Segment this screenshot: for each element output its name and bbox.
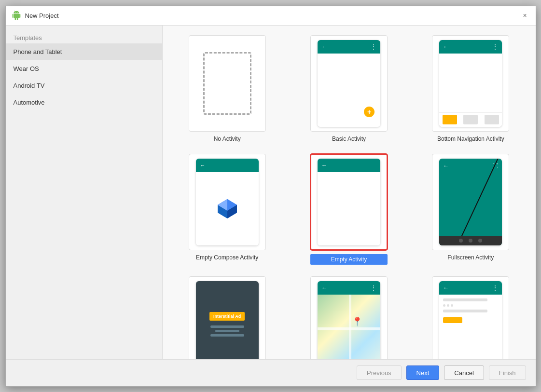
settings-dots <box>443 304 498 307</box>
template-preview-empty-compose: ← <box>189 154 266 250</box>
bottom-nav-body <box>439 54 502 127</box>
ad-line-3 <box>210 334 244 337</box>
title-bar: New Project × <box>6 6 536 26</box>
android-icon <box>12 11 21 20</box>
back-icon-maps: ← <box>321 284 327 291</box>
ad-line-1 <box>210 325 244 328</box>
close-button[interactable]: × <box>520 11 530 20</box>
settings-line-2 <box>443 310 487 312</box>
settings-body <box>439 295 502 327</box>
interstitial-mockup: Interstitial Ad <box>196 281 259 359</box>
settings-topbar: ← ⋮ <box>439 281 502 295</box>
fullscreen-back-icon: ← <box>443 162 449 169</box>
compose-cube-icon <box>215 197 239 221</box>
template-preview-no-activity <box>189 35 266 132</box>
template-preview-settings: ← ⋮ <box>432 276 509 359</box>
template-fullscreen[interactable]: ← ⛶ Fullscreen Activity <box>416 154 526 265</box>
empty-activity-body <box>318 172 380 245</box>
compose-topbar: ← <box>196 159 259 172</box>
fullscreen-mockup: ← ⛶ <box>439 159 502 245</box>
map-pin: 📍 <box>352 316 362 327</box>
template-preview-bottom-nav: ← ⋮ <box>432 35 509 132</box>
back-icon-empty: ← <box>321 162 327 169</box>
bnav-item-1 <box>443 115 457 124</box>
nav-dot-2 <box>469 239 472 243</box>
bottom-nav-topbar: ← ⋮ <box>439 40 502 54</box>
maps-topbar: ← ⋮ <box>318 281 380 295</box>
empty-compose-mockup: ← <box>196 159 259 245</box>
settings-line-1 <box>443 298 487 301</box>
ad-lines <box>210 325 244 337</box>
new-project-dialog: New Project × Templates Phone and Tablet… <box>5 6 536 387</box>
ad-line-2 <box>215 330 239 332</box>
sidebar-item-wear-os[interactable]: Wear OS <box>6 60 162 77</box>
template-empty-compose[interactable]: ← <box>172 154 282 265</box>
finish-button[interactable]: Finish <box>489 365 526 380</box>
more-icon-settings: ⋮ <box>492 284 498 291</box>
back-icon-bnav: ← <box>443 43 449 50</box>
sidebar: Templates Phone and Tablet Wear OS Andro… <box>6 26 163 359</box>
settings-mockup: ← ⋮ <box>439 281 502 359</box>
no-activity-dashed <box>203 52 251 115</box>
fab-button: + <box>364 107 375 117</box>
more-icon-bnav: ⋮ <box>492 43 498 50</box>
back-icon-compose: ← <box>200 162 206 169</box>
basic-activity-topbar: ← ⋮ <box>318 40 380 54</box>
bottom-nav-mockup: ← ⋮ <box>439 40 502 127</box>
maps-body: 📍 <box>318 295 380 359</box>
sidebar-item-phone-and-tablet[interactable]: Phone and Tablet <box>6 43 162 60</box>
compose-icon-area <box>196 172 259 245</box>
more-icon-maps: ⋮ <box>371 284 376 291</box>
settings-dot-3 <box>451 304 453 307</box>
template-label-bottom-nav: Bottom Navigation Activity <box>437 135 504 142</box>
sidebar-section-label: Templates <box>6 30 162 43</box>
template-label-no-activity: No Activity <box>214 135 241 142</box>
templates-grid: No Activity ← ⋮ + <box>172 35 526 359</box>
settings-btn <box>443 317 462 323</box>
nav-dot-1 <box>459 239 463 243</box>
basic-activity-mockup: ← ⋮ + <box>318 40 380 127</box>
bnav-item-2 <box>463 115 478 124</box>
interstitial-ad-badge: Interstitial Ad <box>209 312 245 321</box>
template-basic-activity[interactable]: ← ⋮ + Basic Activity <box>294 35 404 142</box>
map-road-v <box>349 295 351 359</box>
footer: Previous Next Cancel Finish <box>6 359 536 386</box>
bnav-item-3 <box>485 115 499 124</box>
template-preview-interstitial: Interstitial Ad <box>189 276 266 359</box>
main-content: No Activity ← ⋮ + <box>163 26 536 359</box>
more-icon: ⋮ <box>371 43 376 50</box>
compose-body <box>196 172 259 245</box>
template-preview-maps: ← ⋮ 📍 <box>310 276 388 359</box>
template-interstitial-ad[interactable]: Interstitial Ad Interstitial Ad <box>172 276 282 359</box>
title-bar-left: New Project <box>12 11 59 20</box>
template-preview-empty-activity: ← <box>310 154 388 250</box>
fullscreen-bottombar <box>439 236 502 245</box>
template-preview-basic-activity: ← ⋮ + <box>310 35 388 132</box>
template-label-basic-activity: Basic Activity <box>332 135 366 142</box>
nav-dot-3 <box>478 239 482 243</box>
empty-activity-mockup: ← <box>318 159 380 245</box>
template-preview-fullscreen: ← ⛶ <box>432 154 509 250</box>
dialog-title: New Project <box>25 12 59 19</box>
template-label-fullscreen: Fullscreen Activity <box>447 254 494 261</box>
sidebar-item-automotive[interactable]: Automotive <box>6 94 162 111</box>
cancel-button[interactable]: Cancel <box>444 365 484 380</box>
bottom-nav-bar <box>439 112 502 127</box>
empty-activity-topbar: ← <box>318 159 380 172</box>
back-icon-settings: ← <box>443 284 449 291</box>
sidebar-item-android-tv[interactable]: Android TV <box>6 77 162 94</box>
settings-dot-1 <box>443 304 445 307</box>
maps-mockup: ← ⋮ 📍 <box>318 281 380 359</box>
basic-activity-body: + <box>318 54 380 127</box>
template-settings[interactable]: ← ⋮ <box>416 276 526 359</box>
template-empty-activity[interactable]: ← Empty Activity <box>294 154 404 265</box>
template-google-maps[interactable]: ← ⋮ 📍 Google Maps Activity <box>294 276 404 359</box>
content-area: Templates Phone and Tablet Wear OS Andro… <box>6 26 536 359</box>
template-no-activity[interactable]: No Activity <box>172 35 282 142</box>
template-label-empty-compose: Empty Compose Activity <box>196 254 258 261</box>
settings-dot-2 <box>447 304 449 307</box>
back-icon: ← <box>321 43 327 50</box>
next-button[interactable]: Next <box>406 365 440 380</box>
template-bottom-navigation[interactable]: ← ⋮ Bottom Nav <box>416 35 526 142</box>
previous-button[interactable]: Previous <box>357 365 402 380</box>
